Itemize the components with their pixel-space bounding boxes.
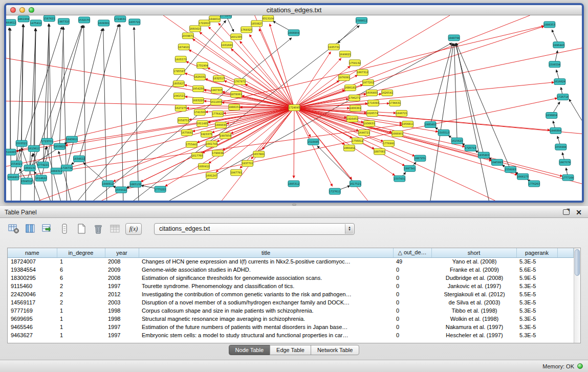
graph-node[interactable]: 1532170 [78,17,90,23]
graph-node[interactable]: 1941521 [173,93,185,99]
table-row[interactable]: 911546021997Tourette syndrome. Phenomeno… [8,282,574,290]
graph-node[interactable]: 1947791 [230,169,242,176]
graph-node[interactable]: 1885312 [288,181,299,187]
graph-node[interactable]: 1995402 [425,121,436,127]
splitter-handle[interactable] [0,203,588,206]
graph-node[interactable]: 1867312 [357,70,368,76]
zoom-window-button[interactable] [29,7,34,13]
column-header-out_de[interactable]: △ out_de… [393,248,431,257]
graph-node[interactable]: 1931680 [221,42,232,48]
graph-node[interactable]: 1946894 [550,127,561,134]
graph-node[interactable]: 1878061 [230,92,242,98]
graph-node[interactable]: 1956811 [402,121,413,127]
graph-node[interactable]: 1775222 [155,186,166,192]
table-row[interactable]: 969969511998Structural magnetic resonanc… [8,315,574,323]
graph-node[interactable]: 1617521 [350,181,361,187]
graph-node[interactable]: 1994401 [8,174,19,180]
graph-node[interactable]: 1887251 [415,155,426,161]
table-scrollbar[interactable] [574,248,580,343]
graph-node[interactable]: 1666173 [517,173,528,180]
graph-node[interactable]: 1948794 [448,35,460,41]
column-header-year[interactable]: year [105,248,139,257]
graph-node[interactable]: 2009871 [182,33,193,39]
memory-status-icon[interactable] [577,363,583,369]
graph-node[interactable]: 1556984 [555,144,567,150]
graph-node[interactable]: 1886353 [544,21,555,28]
graph-node[interactable]: 1826031 [194,74,205,80]
graph-node[interactable]: 1605573 [175,56,186,62]
graph-node[interactable]: 1724045 [289,105,300,111]
graph-node[interactable]: 1505513 [438,129,449,136]
graph-node[interactable]: 1916451 [346,116,358,122]
network-canvas[interactable]: 1724045187402116055731785587180582719415… [6,15,582,201]
graph-node[interactable]: 1776422 [212,111,223,117]
graph-node[interactable]: 1660410 [189,26,201,32]
row-selection-icon[interactable] [58,223,71,235]
graph-node[interactable]: 1666904 [288,30,299,36]
graph-node[interactable]: 1609381 [98,20,110,26]
column-header-in_degree[interactable]: in_degree [57,248,105,257]
graph-node[interactable]: 1850827 [251,20,263,27]
graph-node[interactable]: 1614622 [35,175,47,181]
graph-node[interactable]: 1589812 [356,17,367,24]
graph-node[interactable]: 1884311 [51,168,62,174]
table-row[interactable]: 946362711997Embryonic stem cells: a mode… [8,331,574,339]
graph-node[interactable]: 1503521 [16,140,27,146]
graph-node[interactable]: 1887081 [374,148,385,155]
graph-node[interactable]: 1506534 [549,61,560,68]
graph-node[interactable]: 1657881 [253,151,265,157]
graph-node[interactable]: 1832517 [213,76,224,82]
graph-node[interactable]: 1683220 [192,98,204,104]
graph-node[interactable]: 1601335 [230,34,242,40]
graph-node[interactable]: 1691247 [206,172,217,179]
graph-node[interactable]: 8313104 [263,15,274,21]
graph-node[interactable]: 1611809 [210,99,222,105]
table-row[interactable]: 1938455462009Genome-wide association stu… [8,266,574,274]
graph-node[interactable]: 1785587 [173,69,185,75]
graph-node[interactable]: 1724732 [61,165,72,171]
graph-node[interactable]: 1811485 [197,120,208,126]
graph-node[interactable]: 1664131 [24,165,35,171]
graph-node[interactable]: 1834822 [73,156,84,162]
graph-node[interactable]: 1835721 [129,19,140,25]
graph-node[interactable]: 1664612 [6,19,16,26]
graph-node[interactable]: 1996443 [553,42,564,48]
graph-node[interactable]: 1665132 [130,181,141,187]
graph-node[interactable]: 1776263 [528,181,539,187]
graph-node[interactable]: 1667074 [559,159,571,165]
graph-node[interactable]: 1556083 [505,166,516,172]
graph-node[interactable]: 1874021 [178,44,189,50]
network-table-selector[interactable]: citations_edges.txt ▲▼ [154,223,355,235]
column-header-pagerank[interactable]: pagerank [516,248,557,257]
graph-node[interactable]: 1806361 [350,105,361,112]
graph-node[interactable]: 1976091 [338,75,350,81]
close-window-button[interactable] [10,7,16,13]
graph-node[interactable]: 1686181 [344,85,356,91]
graph-node[interactable]: 1613611 [28,145,39,151]
graph-node[interactable]: 1777164 [562,174,574,181]
graph-node[interactable]: 1627275 [175,105,186,112]
tab-node-table[interactable]: Node Table [229,345,270,355]
graph-node[interactable]: 1930412 [198,163,209,169]
table-row[interactable]: 1872400712008Changes of HCN gene express… [8,257,574,266]
graph-node[interactable]: 1861904 [18,16,29,22]
delete-table-icon[interactable] [92,223,105,235]
import-table-icon[interactable] [108,223,122,235]
graph-node[interactable]: 1649821 [339,51,351,57]
graph-node[interactable]: 1943911 [66,136,77,142]
graph-node[interactable]: 1846721 [396,110,407,116]
graph-node[interactable]: 1666901 [392,130,403,137]
graph-node[interactable]: 1889330 [215,122,226,128]
graph-node[interactable]: 1606483 [366,90,377,96]
graph-node[interactable]: 1817760 [191,152,203,159]
graph-node[interactable]: 1776991 [383,140,394,146]
graph-node[interactable]: 1755441 [186,141,197,147]
graph-node[interactable]: 2516065 [6,149,16,155]
graph-node[interactable]: 1475412 [30,20,41,26]
graph-node[interactable]: 1587621 [43,15,55,21]
graph-node[interactable]: 1518445 [308,139,319,145]
graph-node[interactable]: 1661743 [206,141,217,147]
graph-node[interactable]: 1954230 [192,86,204,92]
column-header-short[interactable]: short [431,248,516,257]
table-options-icon[interactable] [7,223,20,235]
